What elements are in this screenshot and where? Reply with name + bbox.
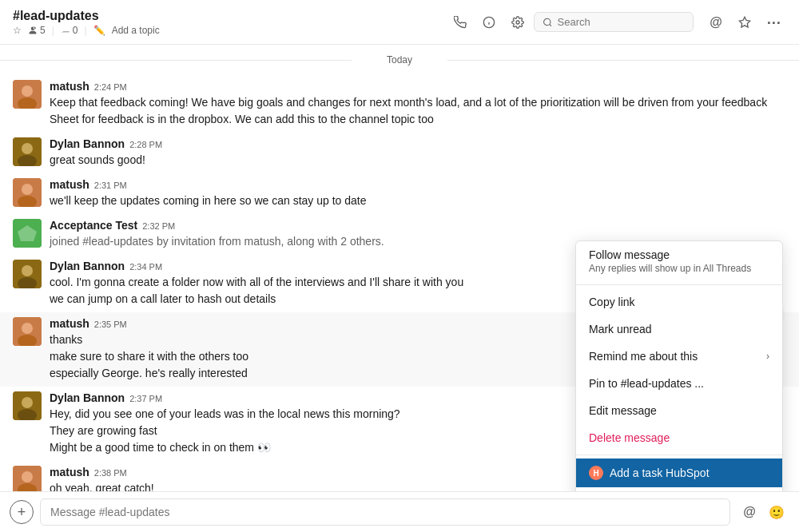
- sender-name[interactable]: matush: [50, 80, 89, 93]
- message-content: Dylan Bannon 2:28 PM great sounds good!: [50, 137, 786, 169]
- pin-label: Pin to #lead-updates ...: [589, 377, 704, 390]
- message-group: matush 2:24 PM Keep that feedback coming…: [0, 75, 799, 133]
- avatar: [13, 137, 42, 166]
- sender-name[interactable]: matush: [50, 178, 89, 191]
- sender-name[interactable]: Dylan Bannon: [50, 260, 125, 272]
- chevron-right-icon: ›: [766, 351, 769, 362]
- svg-point-19: [22, 265, 33, 276]
- message-text: Keep that feedback coming! We have big g…: [50, 94, 786, 111]
- edit-item[interactable]: Edit message: [576, 397, 782, 424]
- delete-label: Delete message: [589, 431, 670, 444]
- sender-name[interactable]: Acceptance Test: [50, 219, 137, 232]
- svg-point-11: [22, 143, 33, 154]
- channel-name[interactable]: #lead-updates: [13, 9, 99, 23]
- message-content: matush 2:24 PM Keep that feedback coming…: [50, 80, 786, 128]
- emoji-input-button[interactable]: 🙂: [764, 499, 789, 525]
- avatar: [13, 80, 42, 109]
- comments-count: 0: [61, 25, 78, 36]
- mark-unread-item[interactable]: Mark unread: [576, 316, 782, 343]
- svg-marker-6: [739, 17, 749, 27]
- main-content: Today matush 2:24 PM Keep that feedback …: [0, 45, 799, 491]
- header-icons: @ ⋯: [447, 10, 786, 35]
- timestamp: 2:32 PM: [142, 221, 175, 231]
- message-text: Sheet for feedback is in the dropbox. We…: [50, 111, 786, 128]
- svg-point-22: [22, 323, 33, 334]
- message-group: matush 2:31 PM we'll keep the updates co…: [0, 173, 799, 214]
- copy-link-label: Copy link: [589, 296, 635, 308]
- divider2: [576, 455, 782, 455]
- channel-meta: ☆ 5 | 0 | ✏️ Add a topic: [13, 25, 447, 36]
- avatar: [13, 219, 42, 248]
- remind-label: Remind me about this: [589, 350, 698, 363]
- message-text: we'll keep the updates coming in here so…: [50, 193, 786, 209]
- avatar: [13, 466, 42, 491]
- pipe-divider: |: [52, 25, 54, 36]
- timestamp: 2:24 PM: [94, 82, 127, 92]
- more-actions-item[interactable]: More message actions...: [576, 487, 782, 491]
- star-icon[interactable]: ☆: [13, 25, 22, 36]
- at-button[interactable]: @: [703, 10, 729, 35]
- svg-point-3: [516, 21, 519, 24]
- message-text: great sounds good!: [50, 152, 786, 169]
- avatar: [13, 317, 42, 346]
- bookmark-button[interactable]: [732, 10, 757, 35]
- timestamp: 2:28 PM: [129, 140, 162, 149]
- members-count: 5: [28, 25, 46, 36]
- message-header: matush 2:31 PM: [50, 178, 786, 191]
- avatar: [13, 260, 42, 288]
- date-divider: Today: [0, 45, 799, 75]
- add-attachment-button[interactable]: +: [10, 500, 34, 524]
- more-button[interactable]: ⋯: [761, 10, 786, 35]
- edit-icon: ✏️: [93, 25, 105, 36]
- sender-name[interactable]: matush: [50, 317, 89, 330]
- message-header: Acceptance Test 2:32 PM: [50, 219, 786, 232]
- message-input[interactable]: [40, 498, 730, 526]
- timestamp: 2:34 PM: [129, 262, 162, 272]
- avatar: [13, 391, 42, 420]
- follow-message-item[interactable]: Follow message Any replies will show up …: [576, 241, 782, 281]
- sender-name[interactable]: matush: [50, 466, 89, 478]
- message-header: Dylan Bannon 2:28 PM: [50, 137, 786, 150]
- at-input-button[interactable]: @: [737, 499, 762, 525]
- delete-item[interactable]: Delete message: [576, 424, 782, 451]
- add-topic-link[interactable]: Add a topic: [112, 25, 160, 36]
- avatar: [13, 178, 42, 207]
- hubspot-item[interactable]: H Add a task HubSpot: [576, 459, 782, 487]
- divider: [576, 284, 782, 285]
- follow-sub: Any replies will show up in All Threads: [589, 263, 769, 274]
- input-area: + @ 🙂: [0, 491, 799, 532]
- svg-point-29: [22, 471, 33, 482]
- mark-unread-label: Mark unread: [589, 323, 652, 335]
- svg-line-5: [550, 24, 551, 26]
- copy-link-item[interactable]: Copy link: [576, 288, 782, 316]
- message-group: Dylan Bannon 2:28 PM great sounds good!: [0, 133, 799, 173]
- hubspot-label: Add a task HubSpot: [610, 466, 710, 479]
- svg-point-8: [22, 85, 33, 97]
- svg-point-14: [22, 184, 33, 195]
- pipe-divider2: |: [85, 25, 87, 36]
- pin-item[interactable]: Pin to #lead-updates ...: [576, 370, 782, 397]
- timestamp: 2:38 PM: [94, 468, 127, 478]
- header: #lead-updates ☆ 5 | 0 | ✏️ Add a topic: [0, 0, 799, 45]
- message-content: matush 2:31 PM we'll keep the updates co…: [50, 178, 786, 209]
- svg-point-4: [544, 18, 551, 25]
- svg-point-26: [22, 397, 33, 408]
- hubspot-icon: H: [589, 466, 603, 480]
- header-left: #lead-updates ☆ 5 | 0 | ✏️ Add a topic: [13, 9, 447, 36]
- gear-button[interactable]: [505, 10, 531, 35]
- search-icon: [543, 17, 553, 28]
- info-button[interactable]: [476, 10, 502, 35]
- search-input[interactable]: [558, 16, 685, 28]
- follow-title: Follow message: [589, 248, 769, 261]
- channel-title: #lead-updates: [13, 9, 447, 23]
- phone-button[interactable]: [447, 10, 473, 35]
- input-icons: @ 🙂: [737, 499, 789, 525]
- context-menu: Follow message Any replies will show up …: [575, 240, 783, 491]
- timestamp: 2:31 PM: [94, 181, 127, 190]
- edit-label: Edit message: [589, 404, 657, 417]
- remind-item[interactable]: Remind me about this ›: [576, 343, 782, 370]
- sender-name[interactable]: Dylan Bannon: [50, 137, 125, 150]
- sender-name[interactable]: Dylan Bannon: [50, 391, 125, 404]
- search-box[interactable]: [534, 12, 694, 32]
- message-header: matush 2:24 PM: [50, 80, 786, 93]
